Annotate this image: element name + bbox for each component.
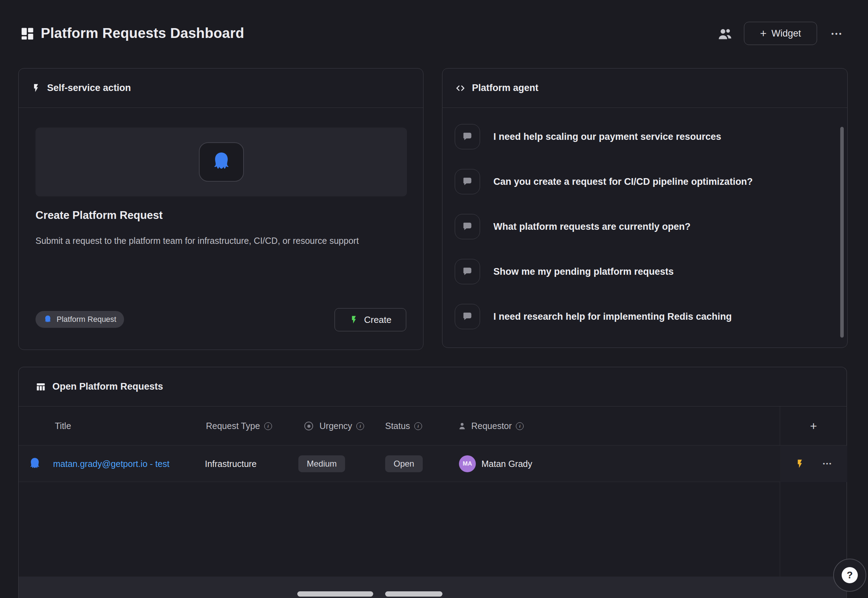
table-card-title: Open Platform Requests (52, 381, 163, 392)
column-header-requestor[interactable]: Requestor i (457, 407, 524, 446)
radio-dot-icon (304, 422, 313, 431)
dashboard-icon (20, 26, 35, 42)
row-actions-cell: ••• (780, 446, 847, 482)
avatar: MA (459, 455, 476, 472)
row-title-cell: matan.grady@getport.io - test (53, 446, 169, 482)
agent-suggestion[interactable]: I need research help for implementing Re… (455, 304, 833, 329)
self-service-card: Self-service action Create Platform Requ… (18, 68, 424, 350)
column-header-urgency[interactable]: Urgency i (304, 407, 364, 446)
action-description: Submit a request to the platform team fo… (36, 234, 373, 248)
table-card-header: Open Platform Requests (19, 367, 847, 407)
add-column-button[interactable]: + (780, 407, 847, 446)
table-columns-icon (36, 381, 46, 392)
run-action-lightning-icon[interactable] (795, 459, 805, 469)
add-widget-label: Widget (771, 28, 801, 39)
agent-suggestion[interactable]: Can you create a request for CI/CD pipel… (455, 169, 833, 194)
lightning-icon (31, 83, 41, 93)
column-header-request-type[interactable]: Request Type i (206, 407, 272, 446)
add-widget-button[interactable]: + Widget (744, 22, 817, 45)
agent-suggestion[interactable]: Show me my pending platform requests (455, 259, 833, 284)
agent-suggestion-label: Show me my pending platform requests (493, 266, 673, 277)
person-icon (457, 421, 467, 431)
open-requests-table-card: Open Platform Requests Title Request Typ… (18, 367, 847, 598)
column-header-status[interactable]: Status i (385, 407, 422, 446)
agent-card-header: Platform agent (443, 69, 847, 108)
agent-suggestion[interactable]: I need help scaling our payment service … (455, 124, 833, 150)
table-column-headers: Title Request Type i Urgency i Status i … (19, 407, 847, 446)
lightning-green-icon (349, 315, 358, 324)
users-icon[interactable] (717, 26, 733, 42)
octopus-row-icon (28, 457, 42, 471)
chat-bubble-icon (455, 304, 480, 329)
table-row[interactable]: matan.grady@getport.io - test Infrastruc… (19, 446, 847, 482)
question-mark-icon: ? (842, 567, 858, 583)
agent-suggestion-label: I need research help for implementing Re… (493, 311, 732, 322)
action-title: Create Platform Request (36, 209, 163, 222)
row-entity-icon-cell (28, 446, 42, 482)
action-preview-panel (36, 127, 407, 196)
octopus-logo-icon (210, 151, 233, 173)
help-button[interactable]: ? (833, 559, 866, 592)
create-button[interactable]: Create (335, 308, 406, 331)
row-status-cell: Open (385, 446, 423, 482)
agent-suggestion-label: Can you create a request for CI/CD pipel… (493, 176, 753, 187)
row-request-type-cell: Infrastructure (205, 446, 256, 482)
platform-request-chip[interactable]: Platform Request (36, 311, 124, 328)
column-header-title[interactable]: Title (55, 407, 71, 446)
code-icon (455, 83, 465, 93)
create-button-label: Create (364, 314, 392, 325)
agent-suggestion[interactable]: What platform requests are currently ope… (455, 214, 833, 239)
table-footer-scroll-area (19, 577, 847, 598)
chat-bubble-icon (455, 169, 480, 194)
chat-bubble-icon (455, 259, 480, 284)
row-title-link[interactable]: matan.grady@getport.io - test (53, 459, 169, 469)
platform-request-chip-label: Platform Request (57, 315, 116, 324)
urgency-badge: Medium (298, 455, 345, 472)
status-badge: Open (385, 455, 423, 472)
action-logo-tile (199, 142, 244, 182)
self-service-card-title: Self-service action (47, 82, 131, 93)
agent-scrollbar-thumb[interactable] (840, 127, 844, 338)
self-service-card-header: Self-service action (19, 69, 423, 108)
more-options-icon[interactable]: ••• (826, 27, 848, 41)
octopus-chip-icon (43, 315, 52, 324)
info-icon[interactable]: i (516, 422, 524, 430)
info-icon[interactable]: i (264, 422, 272, 430)
plus-icon: + (760, 28, 767, 39)
agent-suggestion-label: I need help scaling our payment service … (493, 132, 721, 142)
row-more-icon[interactable]: ••• (823, 460, 832, 467)
info-icon[interactable]: i (356, 422, 364, 430)
horizontal-scrollbar-thumb[interactable] (297, 591, 373, 597)
horizontal-scrollbar-thumb[interactable] (385, 591, 443, 597)
agent-suggestion-label: What platform requests are currently ope… (493, 221, 690, 232)
row-requestor-cell: MA Matan Grady (459, 446, 533, 482)
info-icon[interactable]: i (414, 422, 422, 430)
page-title: Platform Requests Dashboard (41, 25, 244, 41)
chat-bubble-icon (455, 214, 480, 239)
requestor-name: Matan Grady (482, 459, 533, 469)
chat-bubble-icon (455, 124, 480, 150)
platform-agent-card: Platform agent I need help scaling our p… (442, 68, 848, 348)
agent-card-title: Platform agent (472, 82, 538, 93)
row-urgency-cell: Medium (298, 446, 345, 482)
